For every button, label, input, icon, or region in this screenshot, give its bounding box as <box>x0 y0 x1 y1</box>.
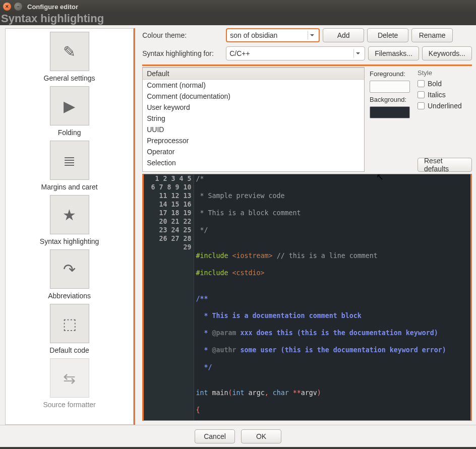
sidebar-item-default-code[interactable]: ⬚ Default code <box>6 301 133 355</box>
sidebar-item-general[interactable]: ✎ General settings <box>6 29 133 83</box>
category-sidebar: ✎ General settings ▶ Folding ≣ Margins a… <box>5 28 134 425</box>
list-item[interactable]: UUID <box>143 124 364 135</box>
line-gutter: 1 2 3 4 5 6 7 8 9 10 11 12 13 14 15 16 1… <box>144 174 194 420</box>
margins-icon: ≣ <box>50 141 89 180</box>
page-title: Syntax highlighting <box>1 12 104 25</box>
list-item[interactable]: Default <box>143 68 364 80</box>
highlight-icon: ★ <box>50 195 89 234</box>
list-item[interactable]: Selection <box>143 157 364 168</box>
style-group-title: Style <box>418 69 473 77</box>
foreground-swatch[interactable] <box>370 81 410 93</box>
stamp-icon: ⬚ <box>50 304 89 343</box>
list-item[interactable]: User keyword <box>143 102 364 113</box>
sidebar-item-syntax[interactable]: ★ Syntax highlighting <box>6 192 133 246</box>
bold-checkbox[interactable]: Bold <box>418 80 473 88</box>
arrow-icon: ↷ <box>50 249 89 289</box>
minimize-icon[interactable]: – <box>14 3 22 11</box>
checkbox-icon <box>418 91 425 98</box>
sidebar-item-margins[interactable]: ≣ Margins and caret <box>6 138 133 192</box>
format-icon: ⇆ <box>50 358 89 398</box>
code-preview: 1 2 3 4 5 6 7 8 9 10 11 12 13 14 15 16 1… <box>142 174 472 421</box>
add-button[interactable]: Add <box>323 28 364 42</box>
document-icon: ✎ <box>50 32 89 71</box>
filemasks-button[interactable]: Filemasks... <box>368 46 419 60</box>
fold-icon: ▶ <box>50 86 89 125</box>
list-item[interactable]: Preprocessor <box>143 135 364 146</box>
italics-checkbox[interactable]: Italics <box>418 91 473 99</box>
checkbox-icon <box>418 102 425 109</box>
delete-button[interactable]: Delete <box>367 28 408 42</box>
background-swatch[interactable] <box>370 106 410 118</box>
colour-theme-combo[interactable]: son of obsidian <box>226 28 320 42</box>
titlebar: ✕ – Configure editor <box>0 0 476 13</box>
foreground-label: Foreground: <box>370 70 412 78</box>
background-label: Background: <box>370 96 412 103</box>
list-item[interactable]: Operator <box>143 146 364 157</box>
sidebar-item-source-formatter[interactable]: ⇆ Source formatter <box>6 355 133 410</box>
list-item[interactable]: Comment (documentation) <box>143 91 364 102</box>
list-item[interactable]: Comment (normal) <box>143 80 364 91</box>
code-area: /* * Sample preview code * This is a blo… <box>194 174 470 420</box>
sidebar-item-abbrev[interactable]: ↷ Abbreviations <box>6 246 133 301</box>
rename-button[interactable]: Rename <box>411 28 453 42</box>
ok-button[interactable]: OK <box>241 429 281 443</box>
sidebar-item-folding[interactable]: ▶ Folding <box>6 83 133 138</box>
chevron-down-icon <box>308 31 316 40</box>
keywords-button[interactable]: Keywords... <box>422 46 472 60</box>
underlined-checkbox[interactable]: Underlined <box>418 102 473 110</box>
list-item[interactable]: String <box>143 113 364 124</box>
colour-theme-label: Colour theme: <box>142 31 223 39</box>
close-icon[interactable]: ✕ <box>3 3 11 11</box>
dialog-footer: Cancel OK <box>0 425 476 447</box>
syntax-for-label: Syntax highlighting for: <box>142 49 223 57</box>
checkbox-icon <box>418 80 425 87</box>
reset-defaults-button[interactable]: Reset defaults <box>418 158 472 172</box>
element-list[interactable]: Default Comment (normal) Comment (docume… <box>142 67 365 172</box>
cancel-button[interactable]: Cancel <box>195 429 235 443</box>
chevron-down-icon <box>353 49 362 58</box>
window-title: Configure editor <box>27 3 78 11</box>
syntax-for-combo[interactable]: C/C++ <box>226 46 365 60</box>
